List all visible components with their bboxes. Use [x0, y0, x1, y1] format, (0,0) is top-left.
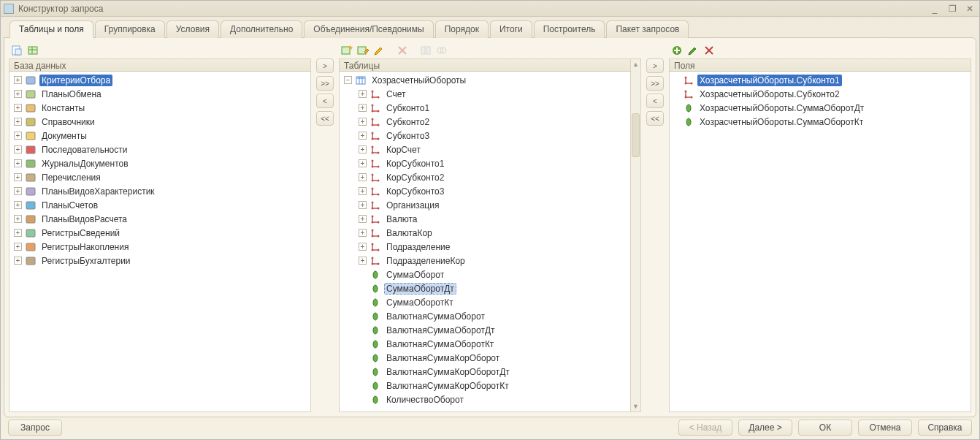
move-left-button[interactable]: <	[316, 94, 334, 108]
table-field[interactable]: + КорСубконто1	[357, 156, 630, 170]
move-right-button-2[interactable]: >	[646, 58, 664, 73]
fields-list[interactable]: ХозрасчетныйОбороты.Субконто1 Хозрасчетн…	[669, 72, 971, 412]
db-item[interactable]: + ПланыОбмена	[12, 87, 310, 101]
selected-field[interactable]: ХозрасчетныйОбороты.СуммаОборотДт	[673, 101, 971, 115]
help-button[interactable]: Справка	[918, 420, 972, 436]
new-nested-query-icon[interactable]	[10, 44, 23, 57]
db-item[interactable]: + Документы	[12, 129, 310, 143]
db-item[interactable]: + РегистрыБухгалтерии	[12, 254, 310, 268]
db-item[interactable]: + Последовательности	[12, 143, 310, 156]
collapse-icon[interactable]: −	[344, 76, 352, 84]
table-field[interactable]: + Организация	[357, 198, 630, 212]
next-button[interactable]: Далее >	[738, 420, 792, 436]
table-field[interactable]: СуммаОборотДт	[357, 281, 630, 295]
expand-icon[interactable]: +	[359, 90, 367, 98]
table-field[interactable]: + Счет	[357, 87, 630, 101]
table-field[interactable]: + ПодразделениеКор	[357, 254, 630, 268]
selected-field[interactable]: ХозрасчетныйОбороты.СуммаОборотКт	[673, 115, 971, 129]
edit-table-icon[interactable]	[372, 44, 386, 57]
expand-icon[interactable]: +	[14, 104, 22, 112]
table-params-icon[interactable]	[419, 44, 432, 57]
scroll-down-icon[interactable]: ▼	[631, 401, 640, 411]
close-button[interactable]: ✕	[963, 4, 976, 14]
db-item[interactable]: + ЖурналыДокументов	[12, 156, 310, 170]
ok-button[interactable]: ОК	[798, 420, 852, 436]
expand-icon[interactable]: +	[359, 132, 367, 140]
minimize-button[interactable]: _	[928, 4, 941, 14]
expand-icon[interactable]: +	[14, 145, 22, 153]
replace-table-icon[interactable]	[356, 44, 370, 57]
expand-icon[interactable]: +	[14, 76, 22, 84]
tab-8[interactable]: Пакет запросов	[606, 20, 689, 38]
db-item[interactable]: + Перечисления	[12, 170, 310, 184]
db-item[interactable]: + Константы	[12, 101, 310, 115]
scroll-thumb[interactable]	[632, 113, 640, 157]
table-field[interactable]: + Субконто3	[357, 129, 630, 143]
selected-field[interactable]: ХозрасчетныйОбороты.Субконто1	[673, 73, 971, 87]
tab-3[interactable]: Дополнительно	[221, 20, 302, 38]
expand-icon[interactable]: +	[359, 118, 367, 126]
expand-icon[interactable]: +	[14, 257, 22, 265]
delete-field-icon[interactable]	[703, 44, 716, 57]
table-field[interactable]: + Субконто2	[357, 115, 630, 129]
table-field[interactable]: ВалютнаяСуммаКорОборотКт	[357, 379, 630, 392]
delete-table-icon[interactable]	[396, 44, 409, 57]
tab-5[interactable]: Порядок	[435, 20, 489, 38]
expand-icon[interactable]: +	[14, 132, 22, 140]
add-field-icon[interactable]	[670, 44, 684, 57]
expand-icon[interactable]: +	[14, 187, 22, 195]
table-field[interactable]: СуммаОборот	[357, 268, 630, 281]
db-item[interactable]: + КритерииОтбора	[12, 73, 310, 87]
table-field[interactable]: СуммаОборотКт	[357, 295, 630, 309]
db-item[interactable]: + РегистрыНакопления	[12, 240, 310, 254]
table-field[interactable]: + Валюта	[357, 212, 630, 226]
expand-icon[interactable]: +	[14, 159, 22, 167]
expand-icon[interactable]: +	[359, 159, 367, 167]
expand-icon[interactable]: +	[14, 173, 22, 181]
edit-field-icon[interactable]	[686, 44, 700, 57]
db-item[interactable]: + ПланыСчетов	[12, 198, 310, 212]
table-field[interactable]: ВалютнаяСуммаОборот	[357, 309, 630, 323]
table-field[interactable]: ВалютнаяСуммаОборотКт	[357, 337, 630, 351]
move-left-all-button[interactable]: <<	[316, 111, 334, 126]
expand-icon[interactable]: +	[359, 145, 367, 153]
expand-icon[interactable]: +	[359, 243, 367, 251]
move-right-button[interactable]: >	[316, 58, 334, 73]
table-field[interactable]: ВалютнаяСуммаОборотДт	[357, 323, 630, 337]
table-field[interactable]: ВалютнаяСуммаКорОборотДт	[357, 365, 630, 379]
tab-7[interactable]: Построитель	[534, 20, 605, 38]
expand-icon[interactable]: +	[359, 201, 367, 209]
new-temp-table-icon[interactable]	[26, 44, 39, 57]
db-item[interactable]: + ПланыВидовРасчета	[12, 212, 310, 226]
table-field[interactable]: + Субконто1	[357, 101, 630, 115]
tab-1[interactable]: Группировка	[95, 20, 165, 38]
tables-tree[interactable]: − ХозрасчетныйОбороты + Счет + Субконто1…	[339, 72, 631, 412]
expand-icon[interactable]: +	[14, 118, 22, 126]
move-left-button-2[interactable]: <	[646, 94, 664, 108]
add-table-icon[interactable]: ★	[340, 44, 353, 57]
table-field[interactable]: КоличествоОборот	[357, 392, 630, 406]
table-root[interactable]: − ХозрасчетныйОбороты	[342, 73, 630, 87]
table-links-icon[interactable]	[435, 44, 448, 57]
db-item[interactable]: + ПланыВидовХарактеристик	[12, 184, 310, 198]
expand-icon[interactable]: +	[359, 104, 367, 112]
cancel-button[interactable]: Отмена	[858, 420, 912, 436]
move-right-all-button[interactable]: >>	[316, 76, 334, 91]
db-item[interactable]: + РегистрыСведений	[12, 226, 310, 240]
expand-icon[interactable]: +	[359, 257, 367, 265]
table-field[interactable]: + КорСчет	[357, 143, 630, 156]
expand-icon[interactable]: +	[14, 229, 22, 237]
selected-field[interactable]: ХозрасчетныйОбороты.Субконто2	[673, 87, 971, 101]
db-item[interactable]: + Справочники	[12, 115, 310, 129]
database-tree[interactable]: + КритерииОтбора + ПланыОбмена + Констан…	[9, 72, 311, 412]
tab-4[interactable]: Объединения/Псевдонимы	[304, 20, 433, 38]
query-button[interactable]: Запрос	[8, 420, 62, 436]
move-left-all-button-2[interactable]: <<	[646, 111, 664, 126]
expand-icon[interactable]: +	[359, 187, 367, 195]
scroll-up-icon[interactable]: ▲	[631, 59, 640, 69]
expand-icon[interactable]: +	[14, 201, 22, 209]
table-field[interactable]: ВалютнаяСуммаКорОборот	[357, 351, 630, 365]
expand-icon[interactable]: +	[14, 243, 22, 251]
table-field[interactable]: + КорСубконто3	[357, 184, 630, 198]
table-field[interactable]: + Подразделение	[357, 240, 630, 254]
